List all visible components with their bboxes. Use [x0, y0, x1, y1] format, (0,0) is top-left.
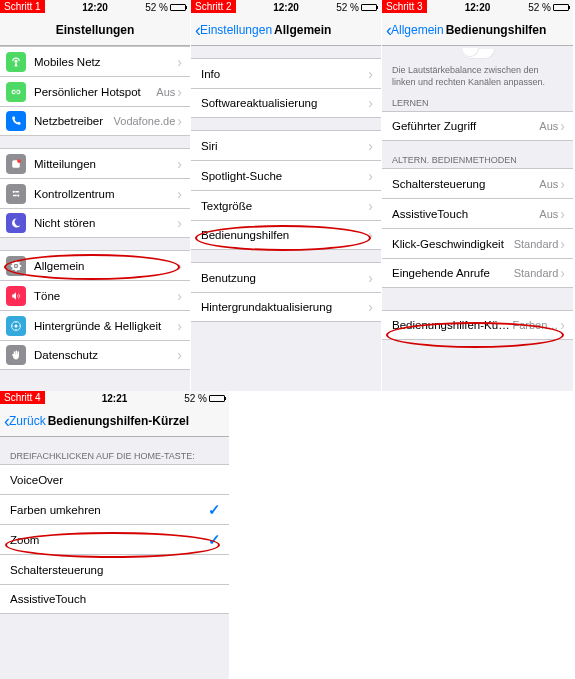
check-icon: ✓: [208, 501, 221, 519]
cell-hintergrundaktualisierung[interactable]: Hintergrundaktualisierung›: [191, 292, 381, 322]
cell-schaltersteuerung[interactable]: SchaltersteuerungAus›: [382, 168, 573, 198]
cell-gefuehrter-zugriff[interactable]: Geführter ZugriffAus›: [382, 111, 573, 141]
section-lernen: LERNEN: [382, 94, 573, 111]
panel-schritt-4: Schritt 4 12:21 52 % ‹Zurück Bedienungsh…: [0, 391, 230, 679]
cell-voiceover[interactable]: VoiceOver: [0, 464, 229, 494]
cell-benutzung[interactable]: Benutzung›: [191, 262, 381, 292]
chevron-right-icon: ›: [177, 54, 182, 70]
cell-mobiles-netz[interactable]: Mobiles Netz›: [0, 46, 190, 76]
nav-title: Bedienungshilfen-Kürzel: [48, 414, 189, 428]
chevron-right-icon: ›: [177, 318, 182, 334]
battery-percent: 52 %: [145, 2, 168, 13]
nav-bar: ‹Einstellungen Allgemein: [191, 14, 381, 46]
nav-bar: ‹Allgemein Bedienungshilfen: [382, 14, 573, 46]
cell-farben-umkehren[interactable]: Farben umkehren✓: [0, 494, 229, 524]
cell-allgemein[interactable]: Allgemein›: [0, 250, 190, 280]
cell-kontrollzentrum[interactable]: Kontrollzentrum›: [0, 178, 190, 208]
nav-title: Einstellungen: [56, 23, 135, 37]
chevron-right-icon: ›: [560, 265, 565, 281]
chevron-right-icon: ›: [368, 138, 373, 154]
section-altern: ALTERN. BEDIENMETHODEN: [382, 151, 573, 168]
cell-klick-geschwindigkeit[interactable]: Klick-GeschwindigkeitStandard›: [382, 228, 573, 258]
chevron-right-icon: ›: [177, 288, 182, 304]
battery-icon: [170, 4, 186, 11]
chevron-right-icon: ›: [560, 206, 565, 222]
cell-netzbetreiber[interactable]: NetzbetreiberVodafone.de›: [0, 106, 190, 136]
chevron-right-icon: ›: [177, 113, 182, 129]
cell-bedienungshilfen-kuerzel[interactable]: Bedienungshilfen-KürzelFarben…›: [382, 310, 573, 340]
nav-title: Allgemein: [274, 23, 331, 37]
chevron-right-icon: ›: [177, 347, 182, 363]
chevron-right-icon: ›: [368, 168, 373, 184]
svg-rect-5: [13, 194, 17, 196]
cell-siri[interactable]: Siri›: [191, 130, 381, 160]
chevron-right-icon: ›: [177, 156, 182, 172]
cell-textgroesse[interactable]: Textgröße›: [191, 190, 381, 220]
svg-point-7: [15, 324, 18, 327]
antenna-icon: [6, 52, 26, 72]
chevron-right-icon: ›: [368, 299, 373, 315]
gear-icon: [6, 256, 26, 276]
cell-hotspot[interactable]: Persönlicher HotspotAus›: [0, 76, 190, 106]
panel-schritt-1: Schritt 1 12:20 52 % Einstellungen Mobil…: [0, 0, 191, 391]
cell-assistivetouch[interactable]: AssistiveTouchAus›: [382, 198, 573, 228]
cell-datenschutz[interactable]: Datenschutz›: [0, 340, 190, 370]
section-tripleclick: DREIFACHKLICKEN AUF DIE HOME-TASTE:: [0, 447, 229, 464]
link-icon: [6, 82, 26, 102]
cell-mitteilungen[interactable]: Mitteilungen›: [0, 148, 190, 178]
cell-bedienungshilfen[interactable]: Bedienungshilfen›: [191, 220, 381, 250]
cell-assistivetouch[interactable]: AssistiveTouch: [0, 584, 229, 614]
cell-hintergruende[interactable]: Hintergründe & Helligkeit›: [0, 310, 190, 340]
nav-title: Bedienungshilfen: [446, 23, 547, 37]
chevron-right-icon: ›: [177, 186, 182, 202]
chevron-right-icon: ›: [368, 66, 373, 82]
battery-percent: 52 %: [528, 2, 551, 13]
step-tag-1: Schritt 1: [0, 0, 45, 13]
status-time: 12:21: [102, 393, 128, 404]
check-icon: ✓: [208, 531, 221, 549]
balance-slider-partial[interactable]: [461, 49, 495, 59]
status-time: 12:20: [273, 2, 299, 13]
sound-icon: [6, 286, 26, 306]
panel-schritt-3: Schritt 3 12:20 52 % ‹Allgemein Bedienun…: [382, 0, 573, 391]
battery-icon: [361, 4, 377, 11]
chevron-right-icon: ›: [368, 270, 373, 286]
cell-eingehende-anrufe[interactable]: Eingehende AnrufeStandard›: [382, 258, 573, 288]
svg-point-2: [13, 190, 15, 192]
balance-hint: Die Lautstärkebalance zwischen den linke…: [382, 61, 573, 94]
chevron-right-icon: ›: [177, 258, 182, 274]
back-button[interactable]: ‹Zurück: [4, 412, 46, 430]
chevron-right-icon: ›: [560, 118, 565, 134]
status-time: 12:20: [465, 2, 491, 13]
nav-bar: ‹Zurück Bedienungshilfen-Kürzel: [0, 405, 229, 437]
control-center-icon: [6, 184, 26, 204]
chevron-right-icon: ›: [177, 84, 182, 100]
battery-icon: [209, 395, 225, 402]
chevron-right-icon: ›: [368, 95, 373, 111]
status-time: 12:20: [82, 2, 108, 13]
cell-spotlight[interactable]: Spotlight-Suche›: [191, 160, 381, 190]
back-button[interactable]: ‹Einstellungen: [195, 21, 272, 39]
chevron-right-icon: ›: [560, 317, 565, 333]
cell-zoom[interactable]: Zoom✓: [0, 524, 229, 554]
cell-info[interactable]: Info›: [191, 58, 381, 88]
back-button[interactable]: ‹Allgemein: [386, 21, 444, 39]
wallpaper-icon: [6, 316, 26, 336]
cell-softwareaktualisierung[interactable]: Softwareaktualisierung›: [191, 88, 381, 118]
battery-percent: 52 %: [336, 2, 359, 13]
step-tag-4: Schritt 4: [0, 391, 45, 404]
svg-rect-3: [15, 191, 19, 193]
cell-schaltersteuerung[interactable]: Schaltersteuerung: [0, 554, 229, 584]
chevron-right-icon: ›: [368, 227, 373, 243]
chevron-right-icon: ›: [560, 236, 565, 252]
chevron-right-icon: ›: [560, 176, 565, 192]
battery-icon: [553, 4, 569, 11]
cell-nicht-stoeren[interactable]: Nicht stören›: [0, 208, 190, 238]
cell-toene[interactable]: Töne›: [0, 280, 190, 310]
hand-icon: [6, 345, 26, 365]
phone-icon: [6, 111, 26, 131]
step-tag-3: Schritt 3: [382, 0, 427, 13]
chevron-right-icon: ›: [177, 215, 182, 231]
battery-percent: 52 %: [184, 393, 207, 404]
panel-schritt-2: Schritt 2 12:20 52 % ‹Einstellungen Allg…: [191, 0, 382, 391]
